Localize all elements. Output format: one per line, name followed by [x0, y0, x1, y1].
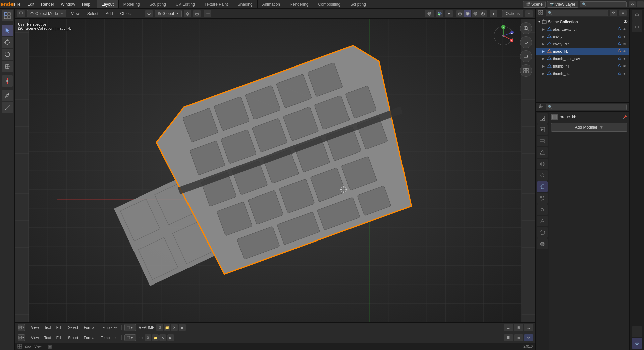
editor-type-btn[interactable] — [17, 10, 25, 17]
scene-collection-item[interactable]: ▼ Scene Collection 👁 — [536, 18, 629, 26]
outliner-item-mauc-kb[interactable]: ▶ mauc_kb 👁 — [536, 48, 629, 55]
tab-rendering[interactable]: Rendering — [285, 0, 313, 8]
rs-tab-item-n[interactable] — [632, 326, 642, 337]
top-search[interactable]: 🔍 — [580, 1, 627, 7]
outliner-item-thumb-alps[interactable]: ▶ thumb_alps_cav 👁 — [536, 55, 629, 62]
prop-tab-material[interactable] — [537, 238, 548, 249]
bp-type-2[interactable]: ▼ — [124, 334, 136, 341]
bp-right-btn-1b[interactable]: ⊞ — [514, 324, 523, 331]
prop-tab-modifier[interactable] — [537, 181, 548, 192]
tab-layout[interactable]: Layout — [97, 0, 119, 8]
tab-sculpting[interactable]: Sculpting — [145, 0, 171, 8]
bp-templates-2[interactable]: Templates — [98, 334, 120, 341]
camera-nav-btn[interactable] — [520, 50, 532, 62]
prop-tab-output[interactable] — [537, 124, 548, 135]
bp-right-btn-2b[interactable]: ⊞ — [514, 334, 523, 341]
bp-close-btn-1[interactable]: ✕ — [171, 324, 178, 331]
rs-tab-view[interactable] — [632, 21, 642, 32]
bp-view-2[interactable]: View — [28, 334, 42, 341]
options-chevron[interactable]: ▼ — [525, 10, 533, 17]
menu-file[interactable]: File — [11, 0, 24, 8]
properties-search[interactable]: 🔍 — [546, 104, 627, 110]
tab-uv-editing[interactable]: UV Editing — [171, 0, 200, 8]
bp-edit-2[interactable]: Edit — [54, 334, 65, 341]
view-menu[interactable]: View — [68, 10, 83, 17]
transform-orientation-dropdown[interactable]: Global ▼ — [155, 10, 182, 17]
bp-select-1[interactable]: Select — [65, 324, 81, 331]
bp-editor-type-1[interactable]: ▼ — [18, 324, 25, 331]
rs-tab-active[interactable] — [632, 338, 642, 349]
prop-object-name-text[interactable]: mauc_kb — [560, 115, 620, 119]
bp-folder-btn-1[interactable]: 📁 — [164, 324, 170, 331]
viewport-canvas[interactable]: User Perspective (20) Scene Collection |… — [15, 19, 535, 322]
viewport-gizmo-toggle[interactable] — [425, 10, 434, 17]
rendered-shading[interactable] — [479, 10, 487, 17]
bp-play-btn-2[interactable]: ▶ — [167, 334, 174, 341]
bp-editor-type-2[interactable]: ▼ — [18, 334, 25, 341]
thumb-alps-visibility[interactable]: 👁 — [622, 56, 627, 61]
tab-modeling[interactable]: Modeling — [119, 0, 145, 8]
cavity-dif-visibility[interactable]: 👁 — [622, 41, 627, 47]
cavity-visibility[interactable]: 👁 — [622, 34, 627, 39]
prop-tab-render[interactable] — [537, 113, 548, 124]
material-shading[interactable] — [472, 10, 479, 17]
scene-collection-eye[interactable]: 👁 — [624, 20, 627, 24]
thumb-plate-visibility[interactable]: 👁 — [622, 71, 627, 76]
bp-text-2[interactable]: Text — [42, 334, 54, 341]
select-menu[interactable]: Select — [85, 10, 101, 17]
tab-texture-paint[interactable]: Texture Paint — [200, 0, 233, 8]
outliner-item-cavity-dif[interactable]: ▶ cavity_dif 👁 — [536, 40, 629, 48]
bp-right-btn-1c[interactable]: ☷ — [524, 324, 533, 331]
bp-folder-btn-2[interactable]: 📁 — [152, 334, 159, 341]
bp-right-btn-1a[interactable]: ☰ — [504, 324, 513, 331]
rs-tab-tool[interactable] — [632, 10, 642, 21]
prop-tab-object[interactable] — [537, 170, 548, 181]
menu-help[interactable]: Help — [78, 0, 94, 8]
outliner-item-thumb-plate[interactable]: ▶ thumb_plate 👁 — [536, 70, 629, 77]
scale-tool-btn[interactable] — [2, 61, 13, 72]
grid-view-btn[interactable] — [520, 64, 532, 77]
object-menu[interactable]: Object — [117, 10, 135, 17]
pan-nav-btn[interactable] — [520, 36, 532, 48]
prop-tab-scene[interactable] — [537, 147, 548, 158]
menu-render[interactable]: Render — [38, 0, 57, 8]
mode-dropdown[interactable]: Object Mode ▼ — [27, 10, 66, 17]
settings-btn[interactable]: ☰ — [637, 1, 644, 7]
bp-format-2[interactable]: Format — [81, 334, 98, 341]
prop-tab-particles[interactable] — [537, 193, 548, 204]
outliner-item-alps[interactable]: ▶ alps_cavity_dif 👁 — [536, 26, 629, 33]
bp-close-btn-2[interactable]: ✕ — [159, 334, 166, 341]
tab-shading[interactable]: Shading — [233, 0, 258, 8]
prop-tab-physics[interactable] — [537, 204, 548, 215]
alps-visibility[interactable]: 👁 — [622, 27, 627, 32]
menu-edit[interactable]: Edit — [24, 0, 38, 8]
annotate-tool-btn[interactable] — [2, 90, 13, 101]
add-menu[interactable]: Add — [103, 10, 115, 17]
pin-button[interactable]: 📌 — [622, 114, 627, 120]
viewport-settings-toggle[interactable]: ▼ — [490, 10, 497, 17]
prop-tab-world[interactable] — [537, 159, 548, 169]
bp-text-1[interactable]: Text — [42, 324, 54, 331]
tab-compositing[interactable]: Compositing — [313, 0, 345, 8]
snap-settings[interactable] — [204, 10, 211, 17]
mauc-kb-visibility[interactable]: 👁 — [622, 49, 627, 54]
grab-tool-btn[interactable] — [2, 37, 13, 48]
outliner-item-thumb-fill[interactable]: ▶ thumb_fill 👁 — [536, 62, 629, 70]
bp-right-btn-2a[interactable]: ☰ — [504, 334, 513, 341]
pivot-btn[interactable] — [145, 10, 153, 17]
outliner-filter[interactable]: ⚙ — [610, 10, 617, 16]
xray-toggle[interactable]: ▼ — [445, 10, 453, 17]
bp-view-1[interactable]: View — [28, 324, 42, 331]
bp-type-1[interactable]: ▼ — [124, 324, 136, 331]
bp-format-1[interactable]: Format — [81, 324, 98, 331]
proportional-toggle[interactable] — [193, 10, 201, 17]
bp-copy-btn-1[interactable]: ⧉ — [156, 324, 163, 331]
zoom-nav-btn[interactable] — [520, 22, 532, 34]
bp-copy-btn-2[interactable]: ⧉ — [145, 334, 151, 341]
bp-right-btn-2c[interactable]: ⟳ — [524, 334, 533, 341]
prop-tab-data[interactable] — [537, 227, 548, 238]
prop-tab-view-layer[interactable] — [537, 136, 548, 146]
tab-scripting[interactable]: Scripting — [345, 0, 371, 8]
solid-shading[interactable] — [464, 10, 471, 17]
transform-tool-btn[interactable] — [2, 75, 13, 87]
